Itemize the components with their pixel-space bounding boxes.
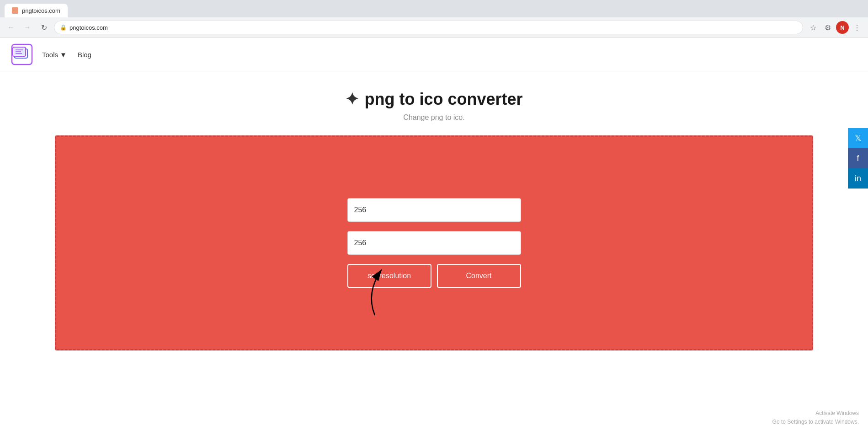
- nav-links: Tools ▼ Blog: [42, 51, 91, 59]
- twitter-icon: 𝕏: [855, 133, 862, 143]
- menu-button[interactable]: ⋮: [851, 21, 863, 34]
- hero-section: ✦ png to ico converter Change png to ico…: [0, 71, 868, 135]
- user-avatar[interactable]: N: [836, 21, 849, 34]
- hero-icon: ✦: [345, 90, 359, 109]
- resolution-inputs: set resolution Convert: [347, 198, 521, 288]
- linkedin-icon: in: [855, 174, 861, 183]
- blog-nav-link[interactable]: Blog: [78, 51, 91, 59]
- convert-button[interactable]: Convert: [437, 264, 521, 288]
- browser-chrome: pngtoicos.com ← → ↻ 🔒 pngtoicos.com ☆ ⚙ …: [0, 0, 868, 38]
- lock-icon: 🔒: [60, 24, 67, 31]
- windows-watermark: Activate Windows Go to Settings to activ…: [772, 409, 859, 426]
- extensions-button[interactable]: ⚙: [821, 21, 834, 34]
- tab-bar: pngtoicos.com: [0, 0, 868, 17]
- chevron-down-icon: ▼: [60, 51, 67, 59]
- address-bar[interactable]: 🔒 pngtoicos.com: [54, 21, 803, 34]
- hero-subtitle: Change png to ico.: [9, 113, 859, 122]
- star-button[interactable]: ☆: [807, 21, 820, 34]
- toolbar-icons: ☆ ⚙ N ⋮: [807, 21, 863, 34]
- watermark-line1: Activate Windows: [772, 409, 859, 418]
- facebook-icon: f: [857, 154, 859, 163]
- forward-button[interactable]: →: [21, 21, 34, 34]
- active-tab[interactable]: pngtoicos.com: [5, 4, 68, 17]
- width-input[interactable]: [347, 198, 521, 222]
- tools-nav-link[interactable]: Tools ▼: [42, 51, 67, 59]
- tab-title: pngtoicos.com: [22, 7, 60, 14]
- twitter-button[interactable]: 𝕏: [848, 128, 868, 148]
- watermark-line2: Go to Settings to activate Windows.: [772, 418, 859, 426]
- site-logo: [11, 43, 33, 65]
- tab-favicon: [12, 7, 18, 14]
- set-resolution-button[interactable]: set resolution: [347, 264, 431, 288]
- page-content: Tools ▼ Blog ✦ png to ico converter Chan…: [0, 38, 868, 350]
- url-text: pngtoicos.com: [69, 24, 108, 31]
- linkedin-button[interactable]: in: [848, 168, 868, 189]
- height-input[interactable]: [347, 231, 521, 255]
- social-sidebar: 𝕏 f in: [848, 128, 868, 189]
- browser-toolbar: ← → ↻ 🔒 pngtoicos.com ☆ ⚙ N ⋮: [0, 17, 868, 38]
- reload-button[interactable]: ↻: [37, 21, 50, 34]
- hero-title: ✦ png to ico converter: [9, 90, 859, 109]
- action-buttons: set resolution Convert: [347, 264, 521, 288]
- back-button[interactable]: ←: [5, 21, 17, 34]
- drop-zone[interactable]: set resolution Convert: [55, 135, 813, 350]
- facebook-button[interactable]: f: [848, 148, 868, 168]
- site-nav: Tools ▼ Blog: [0, 38, 868, 71]
